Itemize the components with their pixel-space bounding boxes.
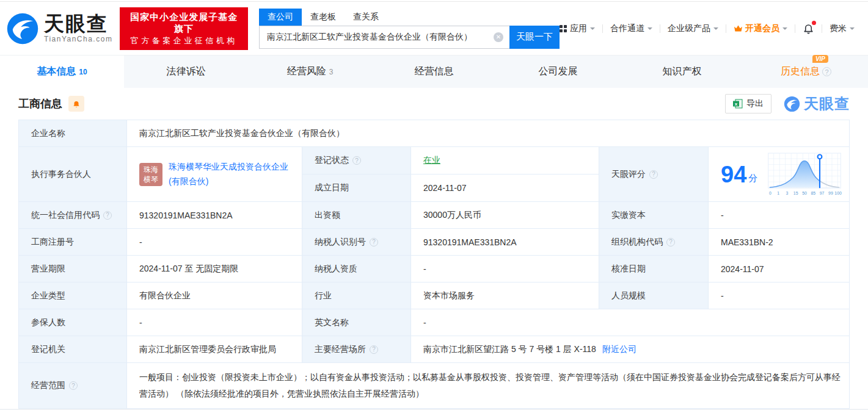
managing-partner-value: 珠海横琴 珠海横琴华业天成投资合伙企业(有限合伙) — [127, 147, 302, 202]
svg-text:97: 97 — [820, 190, 825, 195]
search-button[interactable]: 天眼一下 — [509, 26, 560, 49]
tab-intellectual-property[interactable]: 知识产权 — [620, 56, 744, 88]
help-icon[interactable]: ? — [370, 238, 378, 246]
nav-divider — [822, 24, 822, 33]
nav-divider — [602, 24, 603, 33]
help-icon[interactable]: ? — [352, 156, 361, 165]
business-address-label: 主要经营场所? — [302, 336, 411, 363]
svg-text:99: 99 — [828, 190, 833, 195]
nearby-companies-link[interactable]: 附近公司 — [602, 344, 636, 355]
managing-partner-label: 执行事务合伙人 — [19, 147, 127, 202]
tab-basic-info[interactable]: 基本信息 10 — [0, 56, 124, 88]
english-name-value: - — [411, 309, 849, 336]
nav-apps[interactable]: 应用 — [560, 23, 595, 34]
search-tab-relation[interactable]: 查关系 — [345, 9, 387, 26]
svg-text:1: 1 — [777, 190, 779, 195]
tab-label: 基本信息 — [37, 65, 76, 78]
score-marker-pin — [818, 154, 822, 159]
tab-operation-risk[interactable]: 经营风险 3 — [248, 56, 372, 88]
notifications-bell-icon[interactable] — [803, 23, 814, 34]
tab-label: 公司发展 — [539, 65, 578, 78]
industry-value: 资本市场服务 — [411, 282, 599, 309]
page-tabbar: 基本信息 10 法律诉讼 经营风险 3 经营信息 公司发展 知识产权 历史信息 … — [0, 55, 868, 88]
approval-date-value: 2024-11-07 — [709, 256, 849, 282]
export-label: 导出 — [746, 98, 764, 109]
taxpayer-qualification-label: 纳税人资质 — [302, 256, 411, 282]
crown-icon — [734, 24, 743, 32]
help-icon[interactable]: ? — [370, 345, 378, 354]
site-header: 天眼查 TianYanCha.com 国家中小企业发展子基金旗下 官方备案企业征… — [0, 2, 868, 55]
header-nav: 应用 合作通道 企业级产品 开通会员 费 — [560, 23, 855, 34]
establish-date-value: 2024-11-07 — [411, 174, 599, 202]
tab-label: 知识产权 — [663, 65, 702, 78]
score-distribution-chart: 0 1 3 15 50 85 97 99 100 — [767, 153, 842, 196]
section-title: 工商信息 — [18, 96, 62, 111]
insured-count-value: - — [127, 309, 302, 336]
nav-apps-label: 应用 — [570, 23, 587, 34]
tab-count: 3 — [329, 68, 334, 76]
clear-search-icon[interactable]: ✕ — [494, 32, 503, 42]
approval-date-label: 核准日期 — [599, 256, 709, 282]
search-area: 查公司 查老板 查关系 ✕ 天眼一下 — [259, 9, 560, 49]
nav-enterprise-products[interactable]: 企业级产品 — [668, 23, 718, 34]
official-credit-badge: 国家中小企业发展子基金旗下 官方备案企业征信机构 — [120, 7, 248, 50]
svg-text:x: x — [735, 101, 738, 107]
help-icon[interactable]: ? — [103, 211, 112, 220]
search-input-wrap: ✕ — [259, 26, 509, 49]
tab-label: 经营风险 — [287, 65, 326, 78]
help-icon[interactable]: ? — [649, 170, 658, 179]
taxpayer-no-value: 91320191MAE331BN2A — [411, 229, 599, 256]
reg-no-label: 工商注册号 — [19, 229, 127, 256]
tianyancha-logo[interactable]: 天眼查 TianYanCha.com — [6, 12, 112, 45]
reg-no-value: - — [127, 229, 302, 256]
svg-text:0: 0 — [769, 190, 771, 195]
apps-grid-icon — [560, 25, 567, 32]
business-scope-value: 一般项目：创业投资（限投资未上市企业）；以自有资金从事投资活动；以私募基金从事股… — [127, 363, 849, 408]
tab-operation-info[interactable]: 经营信息 — [372, 56, 496, 88]
staff-size-label: 人员规模 — [599, 282, 709, 309]
industry-label: 行业 — [302, 282, 411, 309]
enterprise-type-value: 有限合伙企业 — [127, 282, 302, 309]
credit-code-label: 统一社会信用代码? — [19, 202, 127, 229]
chevron-down-icon — [782, 27, 787, 32]
help-icon[interactable]: ? — [69, 381, 78, 390]
reg-authority-label: 登记机关 — [19, 336, 127, 363]
status-badge[interactable]: 在业 — [423, 155, 440, 166]
help-icon[interactable]: ? — [822, 67, 831, 76]
partner-avatar[interactable]: 珠海横琴 — [139, 163, 162, 186]
search-tab-company[interactable]: 查公司 — [259, 9, 302, 26]
nav-open-vip[interactable]: 开通会员 — [734, 23, 787, 34]
nav-open-vip-label: 开通会员 — [745, 23, 779, 34]
badge-line1: 国家中小企业发展子基金旗下 — [126, 11, 242, 34]
export-button[interactable]: x 导出 — [725, 94, 771, 113]
tab-count: 10 — [79, 68, 87, 76]
insured-count-label: 参保人数 — [19, 309, 127, 336]
partner-company-link[interactable]: 珠海横琴华业天成投资合伙企业(有限合伙) — [169, 160, 294, 188]
nav-divider — [795, 24, 795, 33]
search-tab-boss[interactable]: 查老板 — [302, 9, 345, 26]
tab-company-development[interactable]: 公司发展 — [496, 56, 620, 88]
search-input[interactable] — [259, 26, 509, 49]
nav-user-menu[interactable]: 费米 — [830, 23, 855, 34]
watermark-label: 天眼查 — [804, 94, 850, 113]
contributed-capital-label: 出资额 — [302, 202, 411, 229]
tianyancha-watermark: 天眼查 — [784, 94, 850, 113]
tab-history-info[interactable]: 历史信息 VIP ? — [744, 56, 868, 88]
nav-divider — [726, 24, 726, 33]
svg-text:50: 50 — [802, 190, 807, 195]
tab-label: 历史信息 — [781, 65, 820, 78]
taxpayer-no-label: 纳税人识别号? — [302, 229, 411, 256]
score-unit: 分 — [748, 173, 757, 184]
subscribe-bell-icon[interactable] — [68, 96, 84, 112]
help-icon[interactable]: ? — [666, 238, 675, 246]
tab-label: 法律诉讼 — [167, 65, 206, 78]
nav-enterprise-products-label: 企业级产品 — [668, 23, 710, 34]
paid-in-capital-value: - — [709, 202, 849, 229]
tab-label: 经营信息 — [415, 65, 454, 78]
nav-partner-channel[interactable]: 合作通道 — [610, 23, 652, 34]
score-value-cell: 94 分 0 — [709, 147, 849, 202]
tab-legal-litigation[interactable]: 法律诉讼 — [124, 56, 248, 88]
badge-line2: 官方备案企业征信机构 — [126, 35, 242, 46]
chevron-down-icon — [713, 27, 718, 32]
score-number: 94 — [721, 163, 746, 186]
